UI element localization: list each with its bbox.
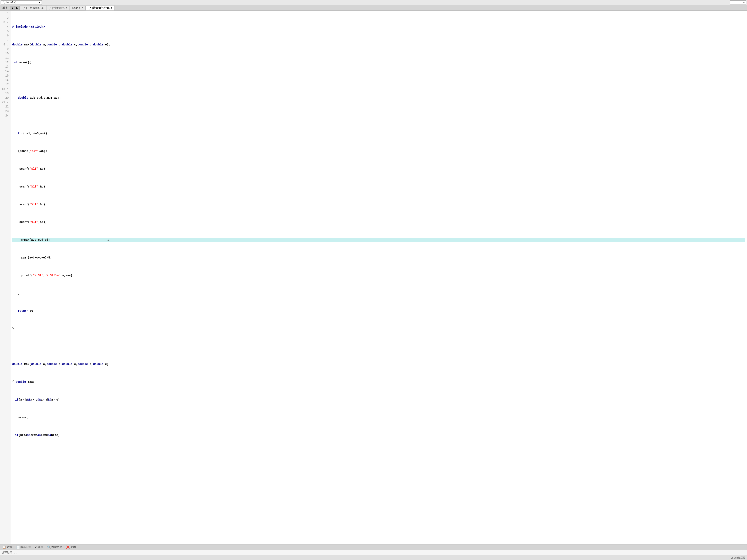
searchresults-label: 搜索结果 [51,545,62,549]
code-text-l2b: max( [24,43,31,47]
debug-icon: ✔ [35,545,37,549]
code-text-l20d: c, [74,362,78,367]
code-text-l24c: b>=d [41,433,48,437]
code-kw-l24d: && [48,433,51,437]
code-kw-l24b: && [27,433,30,437]
code-str-l10: "%lf" [30,185,38,189]
code-str-l11: "%lf" [30,203,38,207]
status-bar: CSDN@绿豆豆 [0,556,747,560]
tab-prev-btn[interactable]: ◀ [10,6,15,10]
code-kw-l2i: double [78,43,90,47]
code-text-l2j: d, [90,43,93,47]
code-line-8: {scanf("%lf",&a); [12,149,745,154]
compile-result-text: 编译结果... [2,551,17,554]
code-text-l12a: scanf( [19,220,29,224]
code-line-17: return 0; [12,309,745,313]
code-text-l2l: e); [105,43,110,47]
code-text-l23: max=a; [18,416,28,420]
code-line-14: ava=(a+b+c+d+e)/5; [12,256,745,260]
globals-label: (globals) [2,1,17,4]
code-text-l20e: d, [90,362,93,367]
search-icon: 🔍 [47,545,51,549]
bottom-tab-close[interactable]: ❌ 关闭 [65,545,77,549]
code-kw-l17: return [18,309,30,313]
code-text-l10b: ,&c); [38,185,47,189]
code-kw-l22b: && [27,398,30,402]
second-dropdown[interactable]: ▼ [730,0,746,5]
code-line-4 [12,78,745,82]
dropdown-arrow: ▼ [39,1,40,4]
tab-trianglearea[interactable]: [*]三角形面积.c [20,5,46,10]
code-text-l8b: ,&a); [38,149,47,154]
code-text-l14: ava=(a+b+c+d+e)/5; [21,256,52,260]
code-text-l11a: scanf( [19,203,29,207]
code-text-l16: } [18,291,20,296]
compilelog-label: 编译日志 [21,545,31,549]
code-str-l15: "%.3lf, %.3lf\n" [33,273,60,278]
code-text-l12b: ,&e); [38,220,47,224]
code-str-l8: "%lf" [30,149,38,154]
bottom-tab-compilelog[interactable]: 📊 编译日志 [15,545,33,549]
code-kw-l22c: && [37,398,41,402]
code-text-l3: main(){ [19,60,31,65]
code-kw-l20e: double [78,362,90,367]
tab-bar: 看类 ◀ ▶ [*]三角形面积.c [*]判断素数.c stdio.h [*]最… [0,5,747,11]
code-text-l1: # include <stdio.h> [12,25,45,29]
ln-21: 21 ⊟ [2,100,8,105]
code-text-l15a: printf( [21,273,33,278]
code-line-12: scanf("%lf",&e); [12,220,745,224]
ln-23: 23 [2,109,8,114]
code-str-l12: "%lf" [30,220,38,224]
code-line-16: } [12,291,745,296]
ln-3: 3 ⊟ [2,20,8,25]
code-kw-l5: double [18,96,30,100]
ln-2: 2 [2,16,8,21]
code-str-l9: "%lf" [30,167,38,171]
code-line-1: # include <stdio.h> [12,25,745,29]
ln-6: 6 [2,33,8,38]
code-text-l7: (n=1;n<=3;n++) [23,131,47,136]
code-text-l20a: max( [24,362,31,367]
debug-label: 调试 [38,545,43,549]
ln-12: 12 [2,60,8,65]
compilelog-icon: 📊 [16,545,20,549]
code-area[interactable]: 1 2 3 ⊟ 4 5 6 7 8 ⊟ 9 10 11 12 13 14 15 … [0,11,747,544]
tab-next-btn[interactable]: ▶ [15,6,20,10]
tab-maxavg[interactable]: [*]最大值与均值.c [86,5,114,10]
code-line-22: if(a>=b&&a>=c&&a>=d&&a>=e) [12,398,745,402]
code-text-l22b: a>=c [30,398,37,402]
ln-19: 19 [2,91,8,96]
globals-dropdown[interactable]: (globals) ▼ [1,0,42,5]
ln-11: 11 [2,56,8,60]
resources-icon: 📋 [2,545,6,549]
code-kw-l2g: double [62,43,74,47]
ln-17: 17 [2,82,8,87]
ln-5: 5 [2,29,8,34]
bottom-tabs: 📋 资源 📊 编译日志 ✔ 调试 🔍 搜索结果 ❌ 关闭 [0,544,747,550]
code-text-l17: 0; [30,309,33,313]
code-text-l2h: c, [74,43,78,47]
bottom-tab-debug[interactable]: ✔ 调试 [33,545,45,549]
code-line-24: if(b>=a&&b>=c&&b>=d&&b>=e) [12,433,745,437]
line-numbers: 1 2 3 ⊟ 4 5 6 7 8 ⊟ 9 10 11 12 13 14 15 … [0,11,10,544]
code-text-l2f: b, [58,43,62,47]
code-line-18: } [12,327,745,331]
code-kw-l21: double [16,380,28,384]
code-kw-l2k: double [93,43,105,47]
code-text-l24a: (b>=a [19,433,27,437]
code-text-l18: } [12,327,14,331]
code-text-l22d: a>=e) [51,398,60,402]
code-line-23: max=a; [12,416,745,420]
ln-7: 7 [2,38,8,43]
code-content[interactable]: # include <stdio.h> double max(double a,… [10,11,747,544]
bottom-tab-resources[interactable]: 📋 资源 [1,545,14,549]
tab-stdio[interactable]: stdio.h [70,6,85,10]
bottom-tab-searchresults[interactable]: 🔍 搜索结果 [46,545,64,549]
code-line-9: scanf("%lf",&b); [12,167,745,171]
code-line-5: double a,b,c,d,e,n,m,ava; [12,96,745,100]
ln-24: 24 [2,114,8,118]
ln-16: 16 [2,78,8,82]
tab-isprime[interactable]: [*]判断素数.c [46,5,70,10]
code-text-l9a: scanf( [19,167,29,171]
code-line-6 [12,114,745,118]
